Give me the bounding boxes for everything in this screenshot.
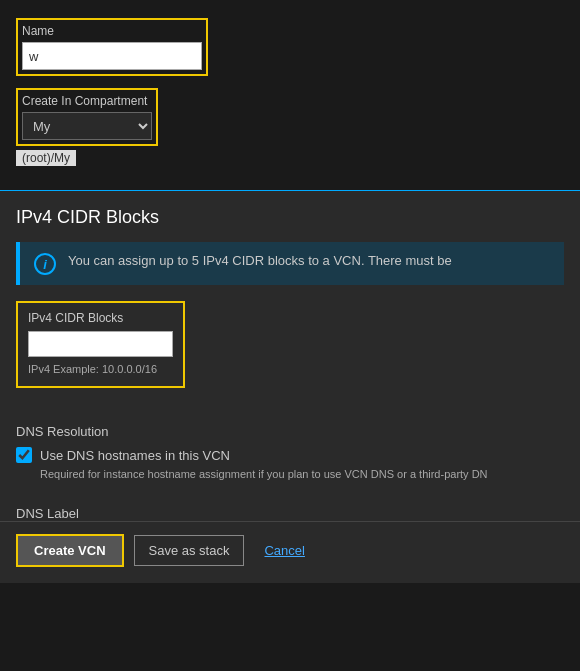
cidr-field-box: IPv4 CIDR Blocks IPv4 Example: 10.0.0.0/… (16, 301, 185, 388)
cidr-field-label: IPv4 CIDR Blocks (28, 311, 173, 325)
dns-checkbox[interactable] (16, 447, 32, 463)
section-title: IPv4 CIDR Blocks (16, 207, 564, 228)
dns-resolution-label: DNS Resolution (16, 424, 564, 439)
cidr-input[interactable] (28, 331, 173, 357)
compartment-box: Create In Compartment My (16, 88, 158, 146)
bottom-bar: Create VCN Save as stack Cancel (0, 521, 580, 583)
page-wrapper: Name Create In Compartment My (root)/My … (0, 0, 580, 671)
create-vcn-button[interactable]: Create VCN (16, 534, 124, 567)
compartment-label: Create In Compartment (22, 94, 152, 108)
name-box: Name (16, 18, 208, 76)
name-label: Name (22, 24, 202, 38)
dns-checkbox-row: Use DNS hostnames in this VCN (16, 447, 564, 463)
name-field-group: Name (16, 18, 564, 76)
breadcrumb-row: (root)/My (16, 150, 564, 166)
dns-label-title: DNS Label (16, 506, 79, 521)
compartment-field-group: Create In Compartment My (root)/My (16, 88, 564, 166)
ipv4-section: IPv4 CIDR Blocks i You can assign up to … (0, 191, 580, 424)
top-section: Name Create In Compartment My (root)/My (0, 10, 580, 190)
compartment-select[interactable]: My (22, 112, 152, 140)
save-as-stack-button[interactable]: Save as stack (134, 535, 245, 566)
cancel-button[interactable]: Cancel (254, 536, 314, 565)
info-banner: i You can assign up to 5 IPv4 CIDR block… (16, 242, 564, 285)
cidr-example: IPv4 Example: 10.0.0.0/16 (28, 363, 157, 375)
dns-section: DNS Resolution Use DNS hostnames in this… (0, 424, 580, 494)
dns-checkbox-label[interactable]: Use DNS hostnames in this VCN (40, 448, 230, 463)
dns-note: Required for instance hostname assignmen… (40, 467, 564, 482)
dns-label-section: DNS Label (0, 494, 580, 521)
info-icon: i (34, 253, 56, 275)
info-text: You can assign up to 5 IPv4 CIDR blocks … (68, 252, 452, 270)
breadcrumb-link[interactable]: (root)/My (16, 150, 76, 166)
name-input[interactable] (22, 42, 202, 70)
